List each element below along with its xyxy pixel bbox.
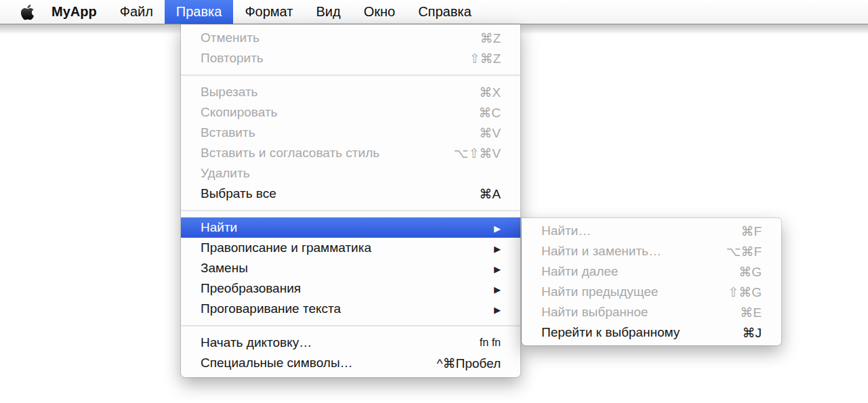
menu-item-label: Повторить — [201, 51, 264, 66]
menu-item-delete[interactable]: Удалить — [181, 163, 520, 184]
menu-item-shortcut: ^⌘Пробел — [437, 356, 501, 371]
menu-item-shortcut: fn fn — [480, 337, 501, 349]
menu-item-label: Проговаривание текста — [201, 301, 341, 316]
menu-separator — [181, 319, 520, 333]
submenu-arrow-icon: ▶ — [494, 223, 501, 233]
submenu-arrow-icon: ▶ — [494, 304, 501, 314]
find-submenu: Найти… ⌘F Найти и заменить… ⌥⌘F Найти да… — [522, 218, 781, 345]
menubar-item-edit[interactable]: Правка — [165, 0, 234, 24]
menubar-item-view[interactable]: Вид — [304, 0, 352, 24]
menu-item-label: Найти и заменить… — [541, 244, 661, 259]
menu-item-label: Найти предыдущее — [541, 284, 658, 299]
menu-item-label: Специальные символы… — [201, 356, 353, 370]
menu-item-shortcut: ⌥⌘F — [726, 244, 762, 259]
submenu-item-find-next[interactable]: Найти далее ⌘G — [522, 261, 781, 282]
menu-item-shortcut: ⌘J — [743, 325, 762, 341]
menu-item-undo[interactable]: Отменить ⌘Z — [181, 28, 520, 48]
menu-item-label: Скопировать — [201, 105, 277, 120]
submenu-item-jump-to-selection[interactable]: Перейти к выбранному ⌘J — [522, 322, 781, 343]
menubar-item-help[interactable]: Справка — [407, 0, 482, 24]
menu-item-copy[interactable]: Скопировать ⌘C — [181, 102, 520, 123]
menu-item-label: Найти… — [541, 224, 591, 238]
menu-item-cut[interactable]: Вырезать ⌘X — [181, 82, 520, 102]
menu-item-speech[interactable]: Проговаривание текста ▶ — [181, 299, 520, 319]
apple-icon — [20, 3, 35, 21]
menu-item-paste[interactable]: Вставить ⌘V — [181, 123, 520, 143]
menubar-item-window[interactable]: Окно — [352, 0, 407, 24]
menu-item-label: Отменить — [201, 30, 260, 45]
menu-item-redo[interactable]: Повторить ⇧⌘Z — [181, 48, 520, 68]
menu-item-shortcut: ⇧⌘Z — [469, 51, 501, 66]
menu-item-label: Удалить — [201, 166, 250, 181]
menu-item-shortcut: ⌘V — [479, 125, 501, 141]
menubar-item-app[interactable]: MyApp — [40, 0, 108, 24]
menu-item-label: Правописание и грамматика — [201, 240, 371, 255]
submenu-item-find-selection[interactable]: Найти выбранное ⌘E — [522, 302, 781, 322]
menu-item-shortcut: ⌘C — [478, 105, 501, 121]
menubar-item-format[interactable]: Формат — [233, 0, 304, 24]
menu-item-label: Вставить и согласовать стиль — [201, 146, 379, 161]
submenu-arrow-icon: ▶ — [494, 284, 501, 294]
menu-item-shortcut: ⌘E — [740, 305, 762, 320]
submenu-arrow-icon: ▶ — [494, 263, 501, 274]
menu-item-label: Начать диктовку… — [201, 335, 312, 350]
menu-item-shortcut: ⌘A — [479, 186, 501, 202]
submenu-arrow-icon: ▶ — [494, 243, 501, 253]
apple-menu[interactable] — [20, 0, 35, 24]
menu-item-shortcut: ⌘X — [479, 85, 501, 100]
menu-item-label: Найти выбранное — [541, 305, 648, 320]
menu-item-paste-and-match-style[interactable]: Вставить и согласовать стиль ⌥⇧⌘V — [181, 143, 520, 163]
menu-item-label: Найти — [201, 220, 237, 235]
menu-separator — [181, 68, 520, 82]
submenu-item-find-previous[interactable]: Найти предыдущее ⇧⌘G — [522, 282, 781, 302]
menu-item-shortcut: ⌘F — [741, 224, 762, 239]
menu-item-substitutions[interactable]: Замены ▶ — [181, 258, 520, 278]
menu-item-shortcut: ⌘G — [739, 264, 762, 280]
menu-item-select-all[interactable]: Выбрать все ⌘A — [181, 184, 520, 204]
menu-item-label: Вырезать — [201, 85, 258, 100]
menu-item-label: Преобразования — [201, 281, 301, 296]
desktop: MyApp Файл Правка Формат Вид Окно Справк… — [0, 0, 868, 403]
menu-item-find[interactable]: Найти ▶ — [181, 217, 520, 238]
edit-menu: Отменить ⌘Z Повторить ⇧⌘Z Вырезать ⌘X Ск… — [181, 24, 520, 377]
menu-item-label: Выбрать все — [201, 186, 276, 201]
submenu-item-find-and-replace[interactable]: Найти и заменить… ⌥⌘F — [522, 241, 781, 261]
menu-item-shortcut: ⌘Z — [480, 30, 501, 46]
menu-item-label: Найти далее — [541, 264, 618, 279]
menu-separator — [181, 204, 520, 217]
menu-item-special-characters[interactable]: Специальные символы… ^⌘Пробел — [181, 353, 520, 373]
menu-item-label: Замены — [201, 261, 248, 276]
menu-item-label: Перейти к выбранному — [541, 325, 680, 340]
submenu-item-find[interactable]: Найти… ⌘F — [522, 221, 781, 241]
menu-item-label: Вставить — [201, 125, 255, 140]
menu-item-shortcut: ⌥⇧⌘V — [454, 146, 501, 161]
menu-item-spelling-and-grammar[interactable]: Правописание и грамматика ▶ — [181, 238, 520, 258]
menubar-item-file[interactable]: Файл — [108, 0, 165, 24]
menu-bar: MyApp Файл Правка Формат Вид Окно Справк… — [0, 0, 868, 24]
menu-item-start-dictation[interactable]: Начать диктовку… fn fn — [181, 333, 520, 353]
menu-item-transformations[interactable]: Преобразования ▶ — [181, 278, 520, 299]
menu-item-shortcut: ⇧⌘G — [728, 284, 762, 300]
